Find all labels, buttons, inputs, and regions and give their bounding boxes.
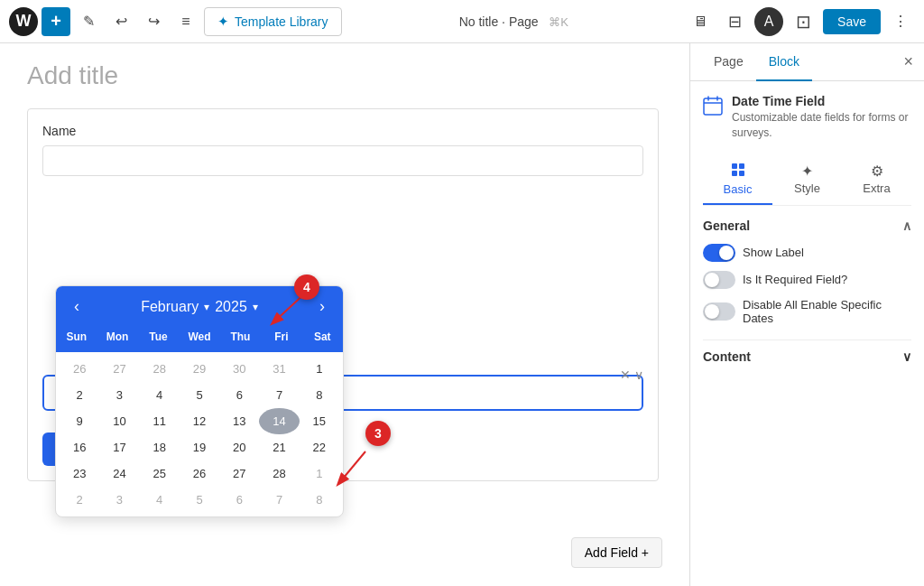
- calendar-day-cell[interactable]: 4: [140, 487, 180, 513]
- calendar-day-cell[interactable]: 13: [219, 408, 259, 434]
- calendar-row: 2324252627281: [60, 460, 339, 487]
- calendar-day-cell[interactable]: 30: [219, 356, 259, 382]
- calendar-day-cell[interactable]: 21: [259, 434, 299, 460]
- calendar-day-cell[interactable]: 31: [259, 356, 299, 382]
- calendar-day-cell[interactable]: 1: [300, 356, 339, 382]
- calendar-day-cell[interactable]: 8: [300, 487, 339, 513]
- add-field-button[interactable]: Add Field +: [571, 537, 662, 568]
- preview-button[interactable]: ⊟: [720, 7, 749, 36]
- calendar-day-cell[interactable]: 6: [219, 487, 259, 513]
- calendar-day-cell[interactable]: 29: [180, 356, 219, 382]
- day-thu: Thu: [220, 327, 261, 347]
- calendar-next-button[interactable]: ›: [314, 295, 330, 318]
- page-title-placeholder[interactable]: Add title: [27, 61, 662, 90]
- calendar-day-cell[interactable]: 23: [60, 460, 99, 487]
- calendar-day-cell[interactable]: 15: [300, 408, 339, 434]
- calendar-day-cell[interactable]: 26: [60, 356, 99, 382]
- tab-page[interactable]: Page: [701, 43, 756, 81]
- show-label-text: Show Label: [743, 246, 804, 259]
- field-move-button[interactable]: ∨: [634, 367, 643, 382]
- panel-close-button[interactable]: ×: [903, 52, 913, 71]
- calendar-day-cell[interactable]: 7: [259, 487, 299, 513]
- disable-dates-toggle[interactable]: [703, 302, 735, 321]
- redo-button[interactable]: ↪: [139, 7, 168, 36]
- template-library-icon: ✦: [217, 14, 229, 30]
- day-sun: Sun: [56, 327, 97, 347]
- block-view-button[interactable]: ⊡: [789, 7, 818, 36]
- required-field-toggle[interactable]: [703, 271, 735, 289]
- content-section: Content ∨: [703, 340, 911, 364]
- sub-tab-extra[interactable]: ⚙ Extra: [842, 155, 911, 205]
- calendar-day-cell[interactable]: 11: [140, 408, 180, 434]
- right-panel: Page Block × Date Time Field Customizabl…: [689, 43, 924, 586]
- list-view-button[interactable]: ≡: [171, 7, 200, 36]
- day-mon: Mon: [97, 327, 137, 347]
- name-input[interactable]: [42, 145, 643, 176]
- calendar-day-cell[interactable]: 2: [60, 382, 99, 408]
- sub-tab-basic[interactable]: Basic: [703, 155, 772, 205]
- calendar-day-cell[interactable]: 2: [60, 487, 99, 513]
- calendar-month[interactable]: February: [141, 299, 199, 315]
- show-label-toggle-row: Show Label: [703, 244, 911, 262]
- block-desc: Customizable date fields for forms or su…: [732, 110, 911, 141]
- panel-tabs: Page Block ×: [690, 43, 924, 81]
- calendar-day-cell[interactable]: 28: [140, 356, 180, 382]
- calendar-day-cell[interactable]: 26: [180, 460, 219, 487]
- svg-rect-9: [732, 171, 737, 176]
- calendar-days-header: Sun Mon Tue Wed Thu Fri Sat: [56, 327, 343, 352]
- calendar-day-cell[interactable]: 16: [60, 434, 99, 460]
- calendar-day-cell[interactable]: 5: [180, 487, 219, 513]
- calendar-prev-button[interactable]: ‹: [69, 295, 85, 318]
- calendar-day-cell[interactable]: 27: [99, 356, 139, 382]
- calendar-row: 2345678: [60, 487, 339, 513]
- svg-rect-3: [704, 98, 722, 115]
- content-section-label: Content: [703, 349, 751, 364]
- show-label-toggle[interactable]: [703, 244, 735, 262]
- calendar-day-cell[interactable]: 5: [180, 382, 219, 408]
- calendar-day-cell[interactable]: 22: [300, 434, 339, 460]
- calendar-day-cell[interactable]: 19: [180, 434, 219, 460]
- save-button[interactable]: Save: [823, 9, 881, 34]
- content-chevron-icon: ∨: [902, 349, 911, 364]
- calendar-year[interactable]: 2025: [215, 299, 247, 315]
- content-section-header[interactable]: Content ∨: [703, 340, 911, 364]
- style-icon: ✦: [801, 163, 813, 180]
- more-options-button[interactable]: ⋮: [886, 7, 915, 36]
- template-library-button[interactable]: ✦ Template Library: [204, 7, 342, 36]
- wp-logo-icon[interactable]: W: [9, 7, 38, 36]
- calendar-day-cell[interactable]: 18: [140, 434, 180, 460]
- edit-pen-button[interactable]: ✎: [74, 7, 103, 36]
- astra-button[interactable]: A: [754, 7, 783, 36]
- calendar-day-cell[interactable]: 7: [259, 382, 299, 408]
- day-wed: Wed: [179, 327, 219, 347]
- tab-block[interactable]: Block: [756, 43, 812, 81]
- calendar-day-cell[interactable]: 17: [99, 434, 139, 460]
- calendar-day-cell[interactable]: 8: [300, 382, 339, 408]
- calendar-day-cell[interactable]: 3: [99, 382, 139, 408]
- calendar-day-cell[interactable]: 20: [219, 434, 259, 460]
- svg-rect-8: [739, 163, 744, 169]
- undo-button[interactable]: ↩: [106, 7, 135, 36]
- general-chevron-icon: ∧: [902, 219, 911, 233]
- sub-tab-style[interactable]: ✦ Style: [772, 155, 842, 205]
- calendar-year-chevron: ▾: [253, 301, 258, 313]
- sub-tabs: Basic ✦ Style ⚙ Extra: [703, 155, 911, 206]
- calendar-day-cell[interactable]: 14: [259, 408, 299, 434]
- calendar-day-cell[interactable]: 28: [259, 460, 299, 487]
- view-button[interactable]: 🖥: [686, 7, 715, 36]
- calendar-day-cell[interactable]: 3: [99, 487, 139, 513]
- editor-area: Add title Name ‹ February ▾ 2025 ▾ ›: [0, 43, 689, 586]
- calendar-day-cell[interactable]: 10: [99, 408, 139, 434]
- calendar-day-cell[interactable]: 9: [60, 408, 99, 434]
- calendar-day-cell[interactable]: 12: [180, 408, 219, 434]
- calendar-day-cell[interactable]: 24: [99, 460, 139, 487]
- calendar-day-cell[interactable]: 4: [140, 382, 180, 408]
- calendar-day-cell[interactable]: 1: [300, 460, 339, 487]
- add-block-button[interactable]: +: [42, 7, 70, 36]
- calendar-day-cell[interactable]: 27: [219, 460, 259, 487]
- field-delete-button[interactable]: ✕: [620, 367, 631, 382]
- day-sat: Sat: [302, 327, 343, 347]
- calendar-day-cell[interactable]: 6: [219, 382, 259, 408]
- calendar-day-cell[interactable]: 25: [140, 460, 180, 487]
- general-section-header[interactable]: General ∧: [703, 219, 911, 233]
